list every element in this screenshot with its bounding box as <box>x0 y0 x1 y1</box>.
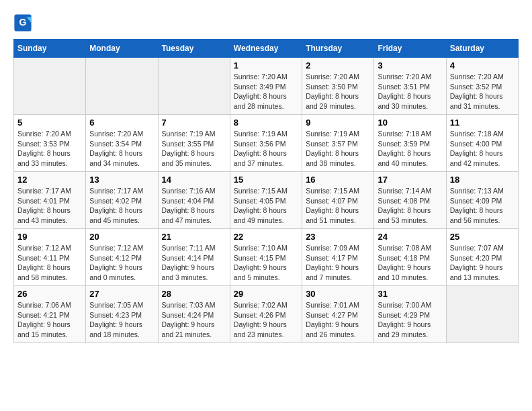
day-info: Sunrise: 7:19 AM Sunset: 3:56 PM Dayligh… <box>234 129 298 169</box>
day-info: Sunrise: 7:07 AM Sunset: 4:20 PM Dayligh… <box>450 243 515 283</box>
calendar-cell: 28Sunrise: 7:03 AM Sunset: 4:24 PM Dayli… <box>158 286 230 343</box>
calendar-cell: 30Sunrise: 7:01 AM Sunset: 4:27 PM Dayli… <box>302 286 374 343</box>
day-info: Sunrise: 7:00 AM Sunset: 4:29 PM Dayligh… <box>378 300 442 340</box>
day-number: 14 <box>162 175 226 185</box>
day-info: Sunrise: 7:18 AM Sunset: 4:00 PM Dayligh… <box>450 129 515 169</box>
calendar-cell: 24Sunrise: 7:08 AM Sunset: 4:18 PM Dayli… <box>374 229 446 286</box>
day-info: Sunrise: 7:06 AM Sunset: 4:21 PM Dayligh… <box>17 300 82 340</box>
calendar-cell: 5Sunrise: 7:20 AM Sunset: 3:53 PM Daylig… <box>14 115 86 172</box>
page-header: G <box>13 13 519 32</box>
calendar-cell: 13Sunrise: 7:17 AM Sunset: 4:02 PM Dayli… <box>86 172 158 229</box>
day-number: 24 <box>378 232 442 242</box>
day-info: Sunrise: 7:10 AM Sunset: 4:15 PM Dayligh… <box>234 243 298 283</box>
week-row-5: 26Sunrise: 7:06 AM Sunset: 4:21 PM Dayli… <box>14 286 519 343</box>
day-number: 28 <box>162 289 226 299</box>
day-info: Sunrise: 7:18 AM Sunset: 3:59 PM Dayligh… <box>378 129 442 169</box>
calendar-cell <box>14 58 86 115</box>
weekday-header-row: SundayMondayTuesdayWednesdayThursdayFrid… <box>14 40 519 58</box>
day-info: Sunrise: 7:15 AM Sunset: 4:05 PM Dayligh… <box>234 186 298 226</box>
day-number: 9 <box>306 118 370 128</box>
day-number: 17 <box>378 175 442 185</box>
calendar-cell: 29Sunrise: 7:02 AM Sunset: 4:26 PM Dayli… <box>230 286 302 343</box>
calendar-table: SundayMondayTuesdayWednesdayThursdayFrid… <box>13 39 519 343</box>
week-row-3: 12Sunrise: 7:17 AM Sunset: 4:01 PM Dayli… <box>14 172 519 229</box>
calendar-cell: 25Sunrise: 7:07 AM Sunset: 4:20 PM Dayli… <box>446 229 518 286</box>
svg-text:G: G <box>19 17 27 28</box>
calendar-cell: 16Sunrise: 7:15 AM Sunset: 4:07 PM Dayli… <box>302 172 374 229</box>
weekday-header-monday: Monday <box>86 40 158 58</box>
calendar-cell: 27Sunrise: 7:05 AM Sunset: 4:23 PM Dayli… <box>86 286 158 343</box>
day-info: Sunrise: 7:14 AM Sunset: 4:08 PM Dayligh… <box>378 186 442 226</box>
day-number: 11 <box>450 118 515 128</box>
calendar-cell: 7Sunrise: 7:19 AM Sunset: 3:55 PM Daylig… <box>158 115 230 172</box>
day-info: Sunrise: 7:02 AM Sunset: 4:26 PM Dayligh… <box>234 300 298 340</box>
calendar-cell: 22Sunrise: 7:10 AM Sunset: 4:15 PM Dayli… <box>230 229 302 286</box>
week-row-1: 1Sunrise: 7:20 AM Sunset: 3:49 PM Daylig… <box>14 58 519 115</box>
day-number: 8 <box>234 118 298 128</box>
day-number: 23 <box>306 232 370 242</box>
calendar-cell: 21Sunrise: 7:11 AM Sunset: 4:14 PM Dayli… <box>158 229 230 286</box>
calendar-cell: 20Sunrise: 7:12 AM Sunset: 4:12 PM Dayli… <box>86 229 158 286</box>
weekday-header-sunday: Sunday <box>14 40 86 58</box>
day-number: 2 <box>306 60 370 71</box>
calendar-cell: 4Sunrise: 7:20 AM Sunset: 3:52 PM Daylig… <box>446 58 518 115</box>
day-info: Sunrise: 7:05 AM Sunset: 4:23 PM Dayligh… <box>89 300 154 340</box>
calendar-cell: 6Sunrise: 7:20 AM Sunset: 3:54 PM Daylig… <box>86 115 158 172</box>
day-info: Sunrise: 7:20 AM Sunset: 3:50 PM Dayligh… <box>306 72 370 111</box>
day-info: Sunrise: 7:15 AM Sunset: 4:07 PM Dayligh… <box>306 186 370 226</box>
logo-icon: G <box>13 13 32 32</box>
day-info: Sunrise: 7:20 AM Sunset: 3:51 PM Dayligh… <box>378 72 442 111</box>
day-number: 26 <box>17 289 82 299</box>
weekday-header-saturday: Saturday <box>446 40 518 58</box>
calendar-cell: 17Sunrise: 7:14 AM Sunset: 4:08 PM Dayli… <box>374 172 446 229</box>
calendar-cell <box>446 286 518 343</box>
calendar-cell: 11Sunrise: 7:18 AM Sunset: 4:00 PM Dayli… <box>446 115 518 172</box>
week-row-4: 19Sunrise: 7:12 AM Sunset: 4:11 PM Dayli… <box>14 229 519 286</box>
day-info: Sunrise: 7:17 AM Sunset: 4:02 PM Dayligh… <box>89 186 154 226</box>
calendar-cell: 8Sunrise: 7:19 AM Sunset: 3:56 PM Daylig… <box>230 115 302 172</box>
day-info: Sunrise: 7:11 AM Sunset: 4:14 PM Dayligh… <box>162 243 226 283</box>
weekday-header-thursday: Thursday <box>302 40 374 58</box>
day-info: Sunrise: 7:17 AM Sunset: 4:01 PM Dayligh… <box>17 186 82 226</box>
day-number: 22 <box>234 232 298 242</box>
weekday-header-friday: Friday <box>374 40 446 58</box>
calendar-cell: 15Sunrise: 7:15 AM Sunset: 4:05 PM Dayli… <box>230 172 302 229</box>
day-number: 27 <box>89 289 154 299</box>
day-info: Sunrise: 7:20 AM Sunset: 3:49 PM Dayligh… <box>234 72 298 111</box>
calendar-cell <box>86 58 158 115</box>
calendar-cell: 14Sunrise: 7:16 AM Sunset: 4:04 PM Dayli… <box>158 172 230 229</box>
day-number: 20 <box>89 232 154 242</box>
calendar-cell: 18Sunrise: 7:13 AM Sunset: 4:09 PM Dayli… <box>446 172 518 229</box>
weekday-header-wednesday: Wednesday <box>230 40 302 58</box>
calendar-cell: 10Sunrise: 7:18 AM Sunset: 3:59 PM Dayli… <box>374 115 446 172</box>
day-number: 10 <box>378 118 442 128</box>
day-number: 15 <box>234 175 298 185</box>
calendar-cell: 26Sunrise: 7:06 AM Sunset: 4:21 PM Dayli… <box>14 286 86 343</box>
calendar-cell: 31Sunrise: 7:00 AM Sunset: 4:29 PM Dayli… <box>374 286 446 343</box>
day-info: Sunrise: 7:12 AM Sunset: 4:11 PM Dayligh… <box>17 243 82 283</box>
day-info: Sunrise: 7:03 AM Sunset: 4:24 PM Dayligh… <box>162 300 226 340</box>
day-number: 16 <box>306 175 370 185</box>
calendar-cell: 12Sunrise: 7:17 AM Sunset: 4:01 PM Dayli… <box>14 172 86 229</box>
calendar-cell: 9Sunrise: 7:19 AM Sunset: 3:57 PM Daylig… <box>302 115 374 172</box>
day-info: Sunrise: 7:19 AM Sunset: 3:57 PM Dayligh… <box>306 129 370 169</box>
day-number: 29 <box>234 289 298 299</box>
day-info: Sunrise: 7:20 AM Sunset: 3:53 PM Dayligh… <box>17 129 82 169</box>
calendar-cell <box>158 58 230 115</box>
week-row-2: 5Sunrise: 7:20 AM Sunset: 3:53 PM Daylig… <box>14 115 519 172</box>
weekday-header-tuesday: Tuesday <box>158 40 230 58</box>
day-info: Sunrise: 7:20 AM Sunset: 3:52 PM Dayligh… <box>450 72 515 111</box>
day-number: 30 <box>306 289 370 299</box>
calendar-cell: 1Sunrise: 7:20 AM Sunset: 3:49 PM Daylig… <box>230 58 302 115</box>
calendar-cell: 2Sunrise: 7:20 AM Sunset: 3:50 PM Daylig… <box>302 58 374 115</box>
day-number: 21 <box>162 232 226 242</box>
day-info: Sunrise: 7:13 AM Sunset: 4:09 PM Dayligh… <box>450 186 515 226</box>
day-info: Sunrise: 7:08 AM Sunset: 4:18 PM Dayligh… <box>378 243 442 283</box>
day-info: Sunrise: 7:20 AM Sunset: 3:54 PM Dayligh… <box>89 129 154 169</box>
calendar-cell: 3Sunrise: 7:20 AM Sunset: 3:51 PM Daylig… <box>374 58 446 115</box>
day-number: 4 <box>450 60 515 71</box>
day-info: Sunrise: 7:12 AM Sunset: 4:12 PM Dayligh… <box>89 243 154 283</box>
day-number: 7 <box>162 118 226 128</box>
day-info: Sunrise: 7:19 AM Sunset: 3:55 PM Dayligh… <box>162 129 226 169</box>
day-number: 1 <box>234 60 298 71</box>
